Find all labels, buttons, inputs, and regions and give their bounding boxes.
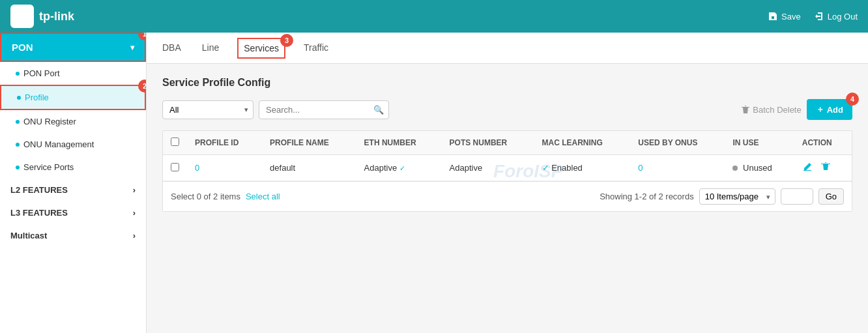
l2-chevron-icon: › [133,185,136,195]
page-go-input[interactable] [781,188,813,205]
toolbar-right: Batch Delete ＋ Add 4 [741,99,852,120]
edit-icon[interactable] [802,163,815,174]
save-button[interactable]: Save [768,11,801,22]
data-table: PROFILE ID PROFILE NAME ETH NUMBER POTS … [163,131,852,181]
pon-chevron-icon: ▾ [130,43,134,52]
services-badge: 3 [280,34,293,47]
cell-action [794,155,852,181]
layout: PON ▾ 1 PON Port Profile 2 ONU Register … [0,33,868,333]
sidebar-pon-dropdown[interactable]: PON ▾ 1 [0,33,146,62]
table-row: 0 default Adaptive ✓ Adaptive ✓ [163,155,852,181]
footer-left: Select 0 of 2 items Select all [171,192,280,201]
svg-rect-2 [18,20,26,22]
select-all-checkbox[interactable] [171,138,179,146]
search-input[interactable] [259,100,389,119]
batch-delete-button[interactable]: Batch Delete [741,105,801,115]
eth-check-icon: ✓ [399,164,405,172]
table-header-row: PROFILE ID PROFILE NAME ETH NUMBER POTS … [163,131,852,155]
header: tp-link Save Log Out [0,0,868,33]
logout-button[interactable]: Log Out [814,11,858,22]
sidebar-item-profile[interactable]: Profile 2 [0,85,146,110]
cell-eth-number: Adaptive ✓ [356,155,442,181]
profile-badge: 2 [138,80,147,93]
logo-text: tp-link [39,10,74,23]
search-icon: 🔍 [373,105,384,115]
l3-chevron-icon: › [133,208,136,218]
main-content: DBA Line Services 3 Traffic Service Prof… [147,33,868,333]
footer-right: Showing 1-2 of 2 records 10 Items/page 2… [600,188,844,205]
sidebar-item-service-ports[interactable]: Service Ports [0,156,146,179]
filter-wrapper: All [162,100,253,119]
sidebar-item-onu-register[interactable]: ONU Register [0,110,146,133]
table-container: ForoISP PROFILE ID PROFILE NAME ETH NUMB… [162,130,852,212]
dot-icon [17,96,21,100]
header-actions: Save Log Out [768,11,858,22]
profile-id-link[interactable]: 0 [195,163,199,173]
col-profile-id: PROFILE ID [187,131,262,155]
col-action: ACTION [794,131,852,155]
add-button[interactable]: ＋ Add 4 [807,99,852,120]
onus-link[interactable]: 0 [638,163,643,173]
dot-icon [16,166,20,169]
select-all-link[interactable]: Select all [246,192,280,201]
sidebar: PON ▾ 1 PON Port Profile 2 ONU Register … [0,33,147,333]
table-footer: Select 0 of 2 items Select all Showing 1… [163,181,852,211]
col-eth-number: ETH NUMBER [356,131,442,155]
sidebar-section-l3[interactable]: L3 FEATURES › [0,201,146,224]
header-checkbox-col [163,131,187,155]
sidebar-section-multicast[interactable]: Multicast › [0,224,146,247]
tab-traffic[interactable]: Traffic [301,33,331,63]
per-page-select[interactable]: 10 Items/page 20 Items/page 50 Items/pag… [699,188,775,205]
row-checkbox[interactable] [171,163,179,171]
cell-used-by-onus: 0 [630,155,725,181]
delete-icon[interactable] [820,163,831,174]
per-page-wrapper: 10 Items/page 20 Items/page 50 Items/pag… [699,188,775,205]
sidebar-section-l2[interactable]: L2 FEATURES › [0,179,146,201]
col-in-use: IN USE [725,131,794,155]
toolbar-left: All 🔍 [162,100,389,119]
toolbar: All 🔍 Batch Delete [162,99,852,120]
cell-in-use: Unused [725,155,794,181]
cell-pots-number: Adaptive [442,155,534,181]
dot-icon [16,72,20,76]
col-profile-name: PROFILE NAME [262,131,356,155]
sidebar-item-onu-management[interactable]: ONU Management [0,133,146,156]
cell-mac-learning: ✓ Enabled [534,155,631,181]
dot-icon [16,120,20,124]
tabs-bar: DBA Line Services 3 Traffic [147,33,868,64]
cell-profile-id: 0 [187,155,262,181]
dot-icon [16,143,20,147]
mac-check-icon: ✓ [542,163,549,173]
col-used-by-onus: USED BY ONUS [630,131,725,155]
tab-dba[interactable]: DBA [160,33,184,63]
page-title: Service Profile Config [162,77,852,89]
svg-point-0 [19,10,25,17]
pon-badge: 1 [138,33,147,40]
sidebar-item-pon-port[interactable]: PON Port [0,62,146,85]
cell-profile-name: default [262,155,356,181]
status-dot-icon [732,166,738,171]
page-content: Service Profile Config All 🔍 [147,64,868,225]
tab-services[interactable]: Services 3 [237,38,285,59]
showing-text: Showing 1-2 of 2 records [600,192,694,201]
row-checkbox-col [163,155,187,181]
filter-select[interactable]: All [162,100,253,119]
search-wrap: 🔍 [259,100,389,119]
multicast-chevron-icon: › [133,231,136,240]
table-wrap: PROFILE ID PROFILE NAME ETH NUMBER POTS … [162,130,852,212]
tab-line[interactable]: Line [199,33,222,63]
select-count: Select 0 of 2 items [171,192,240,201]
col-pots-number: POTS NUMBER [442,131,534,155]
logo-icon [10,5,34,28]
col-mac-learning: MAC LEARNING [534,131,631,155]
add-badge: 4 [846,93,859,106]
logo: tp-link [10,5,74,28]
go-button[interactable]: Go [818,188,844,205]
